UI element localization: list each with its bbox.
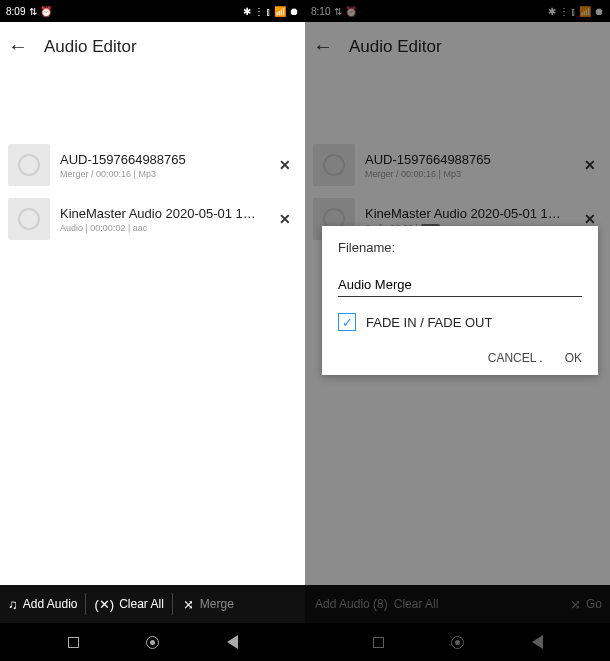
audio-meta: Merger / 00:00:16 | Mp3 [60,169,263,179]
remove-icon[interactable]: ✕ [578,211,602,227]
phone-right: 8:10 ⇅ ⏰ ✱ ⋮ ⫿ 📶 ⏺ ← Audio Editor AUD-15… [305,0,610,661]
toolbar-title: Audio Editor [349,37,442,57]
status-icons-right: ✱ ⋮ ⫿ 📶 ⏺ [548,6,604,17]
audio-title: KineMaster Audio 2020-05-01 16..… [365,206,568,221]
fade-checkbox-row[interactable]: ✓ FADE IN / FADE OUT [338,313,582,331]
clear-all-label: Clear All [119,597,164,611]
audio-list-item[interactable]: AUD-1597664988765 Merger / 00:00:16 | Mp… [305,138,610,192]
remove-icon[interactable]: ✕ [578,157,602,173]
audio-meta: Merger / 00:00:16 | Mp3 [365,169,568,179]
toolbar: ← Audio Editor [0,22,305,72]
status-bar: 8:09 ⇅ ⏰ ✱ ⋮ ⫿ 📶 ⏺ [0,0,305,22]
add-audio-label: Add Audio [23,597,78,611]
bottom-bar: Add Audio (8) Clear All ⤨ Go [305,585,610,623]
go-button[interactable]: ⤨ Go [562,585,610,623]
content-area: AUD-1597664988765 Merger / 00:00:16 | Mp… [0,72,305,585]
nav-recents-icon[interactable] [373,637,384,648]
checkbox-icon[interactable]: ✓ [338,313,356,331]
fade-label: FADE IN / FADE OUT [366,315,492,330]
merge-icon: ⤨ [570,597,581,612]
dialog-label: Filename: [338,240,582,255]
toolbar: ← Audio Editor [305,22,610,72]
android-navbar [0,623,305,661]
status-bar: 8:10 ⇅ ⏰ ✱ ⋮ ⫿ 📶 ⏺ [305,0,610,22]
status-icons-left: ⇅ ⏰ [334,6,357,17]
audio-title: AUD-1597664988765 [365,152,568,167]
nav-home-icon[interactable] [146,636,159,649]
remove-icon[interactable]: ✕ [273,211,297,227]
bottom-bar: ♫ Add Audio (✕) Clear All ⤨ Merge [0,585,305,623]
go-label: Go [586,597,602,611]
status-time: 8:10 [311,6,330,17]
audio-title: KineMaster Audio 2020-05-01 16..… [60,206,263,221]
audio-thumbnail [8,144,50,186]
nav-recents-icon[interactable] [68,637,79,648]
merge-button[interactable]: ⤨ Merge [173,597,305,612]
status-time: 8:09 [6,6,25,17]
clear-all-label[interactable]: Clear All [394,597,439,611]
nav-back-icon[interactable] [227,635,238,649]
audio-list-item[interactable]: AUD-1597664988765 Merger / 00:00:16 | Mp… [0,138,305,192]
remove-icon[interactable]: ✕ [273,157,297,173]
clear-icon: (✕) [94,597,114,612]
audio-list-item[interactable]: KineMaster Audio 2020-05-01 16..… Audio … [0,192,305,246]
add-audio-button[interactable]: ♫ Add Audio [0,585,85,623]
status-icons-right: ✱ ⋮ ⫿ 📶 ⏺ [243,6,299,17]
cancel-button[interactable]: CANCEL . [488,351,543,365]
audio-title: AUD-1597664988765 [60,152,263,167]
audio-meta: Audio | 00:00:02 | aac [60,223,263,233]
add-audio-label[interactable]: Add Audio (8) [315,597,388,611]
ok-button[interactable]: OK [565,351,582,365]
nav-back-icon[interactable] [532,635,543,649]
nav-home-icon[interactable] [451,636,464,649]
status-icons-left: ⇅ ⏰ [29,6,52,17]
audio-thumbnail [313,144,355,186]
filename-dialog: Filename: ✓ FADE IN / FADE OUT CANCEL . … [322,226,598,375]
phone-left: 8:09 ⇅ ⏰ ✱ ⋮ ⫿ 📶 ⏺ ← Audio Editor AUD-15… [0,0,305,661]
filename-input[interactable] [338,273,582,297]
clear-all-button[interactable]: (✕) Clear All [86,585,171,623]
audio-thumbnail [8,198,50,240]
merge-label: Merge [200,597,234,611]
merge-icon: ⤨ [183,597,194,612]
bottom-bar-text: Add Audio (8) Clear All [305,597,562,611]
toolbar-title: Audio Editor [44,37,137,57]
back-icon[interactable]: ← [8,35,28,58]
music-note-icon: ♫ [8,597,18,612]
android-navbar [305,623,610,661]
back-icon[interactable]: ← [313,35,333,58]
